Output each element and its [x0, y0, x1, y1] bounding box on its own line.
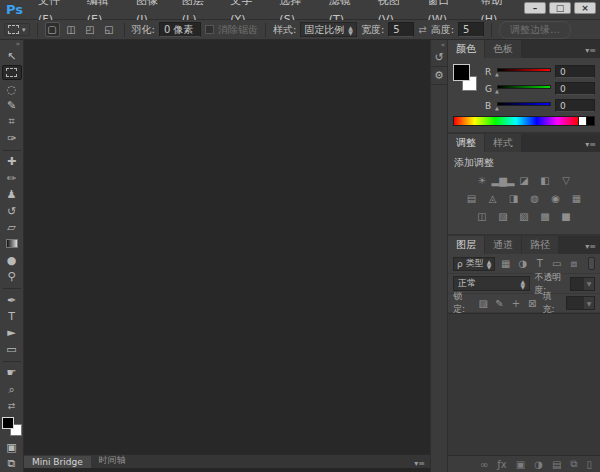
- tab-channels[interactable]: 通道: [485, 236, 521, 254]
- red-slider-track[interactable]: [497, 68, 551, 72]
- new-group-icon[interactable]: ▤: [552, 459, 561, 470]
- blue-slider-thumb[interactable]: ▲: [495, 106, 499, 111]
- new-layer-icon[interactable]: ⧉: [570, 458, 577, 470]
- threshold-icon[interactable]: ▧: [516, 210, 532, 223]
- brightness-contrast-icon[interactable]: ☀: [474, 174, 490, 187]
- feather-input[interactable]: 0 像素: [159, 22, 201, 37]
- selective-color-icon[interactable]: ■: [558, 210, 574, 223]
- swap-colors-icon[interactable]: ⇄: [2, 398, 22, 413]
- channel-mixer-icon[interactable]: ◉: [548, 192, 564, 205]
- close-button[interactable]: ×: [574, 2, 596, 14]
- eraser-tool[interactable]: ▱: [2, 220, 22, 235]
- tab-styles[interactable]: 样式: [485, 134, 521, 152]
- shape-tool[interactable]: ▭: [2, 342, 22, 357]
- black-white-icon[interactable]: ◨: [506, 192, 522, 205]
- green-slider-track[interactable]: [497, 85, 551, 89]
- green-value-input[interactable]: 0: [555, 82, 595, 95]
- filter-type-layers-icon[interactable]: T: [533, 258, 546, 269]
- new-adjustment-layer-icon[interactable]: ◑: [534, 459, 543, 470]
- expand-panels-icon[interactable]: «: [441, 40, 447, 49]
- tab-swatches[interactable]: 色板: [485, 40, 521, 58]
- vibrance-icon[interactable]: ▽: [558, 174, 574, 187]
- tool-preset-picker[interactable]: ▾: [4, 23, 30, 36]
- exposure-icon[interactable]: ◧: [537, 174, 553, 187]
- layer-filter-toggle[interactable]: [588, 257, 595, 270]
- eyedropper-tool[interactable]: ✑: [2, 131, 22, 146]
- lock-image-pixels-icon[interactable]: ✎: [493, 298, 505, 309]
- red-value-input[interactable]: 0: [555, 65, 595, 78]
- panel-menu-icon[interactable]: ▾≡: [585, 242, 600, 254]
- blue-slider[interactable]: ▲: [497, 101, 551, 111]
- move-tool[interactable]: ↖: [2, 49, 22, 64]
- canvas-area[interactable]: [24, 40, 430, 454]
- hue-saturation-icon[interactable]: ▤: [464, 192, 480, 205]
- filter-adjustment-layers-icon[interactable]: ◑: [516, 258, 529, 269]
- pen-tool[interactable]: ✒: [2, 292, 22, 307]
- foreground-background-swatches[interactable]: [1, 416, 23, 437]
- posterize-icon[interactable]: ▨: [495, 210, 511, 223]
- link-layers-icon[interactable]: ∞: [480, 459, 488, 470]
- panel-menu-icon[interactable]: ▾≡: [585, 46, 600, 58]
- panel-menu-icon[interactable]: ▾≡: [585, 140, 600, 152]
- levels-icon[interactable]: ▂▆▂: [495, 174, 511, 187]
- history-panel-button[interactable]: ↺: [431, 49, 447, 67]
- collapse-toolbar-icon[interactable]: »: [16, 41, 23, 48]
- quick-mask-button[interactable]: ▣: [2, 440, 22, 455]
- screen-mode-button[interactable]: ⧉: [2, 456, 22, 471]
- spot-healing-brush-tool[interactable]: ✚: [2, 154, 22, 169]
- tab-adjustments[interactable]: 调整: [448, 134, 484, 152]
- brush-tool[interactable]: ✏: [2, 171, 22, 186]
- path-selection-tool[interactable]: ►: [2, 325, 22, 340]
- gradient-map-icon[interactable]: ▩: [537, 210, 553, 223]
- delete-layer-icon[interactable]: ▯: [586, 459, 592, 470]
- color-spectrum-ramp[interactable]: [453, 116, 579, 126]
- tab-paths[interactable]: 路径: [522, 236, 558, 254]
- swap-width-height-icon[interactable]: ⇄: [418, 24, 426, 35]
- width-input[interactable]: 5: [388, 22, 414, 37]
- filter-shape-layers-icon[interactable]: ▭: [550, 258, 563, 269]
- minimize-button[interactable]: –: [524, 2, 546, 14]
- fill-input[interactable]: ▼: [566, 296, 595, 310]
- color-balance-icon[interactable]: ◬: [485, 192, 501, 205]
- white-swatch[interactable]: [579, 116, 587, 126]
- type-tool[interactable]: T: [2, 309, 22, 324]
- lasso-tool[interactable]: ◌: [2, 81, 22, 96]
- lock-position-icon[interactable]: +: [510, 298, 522, 309]
- foreground-color-swatch[interactable]: [2, 417, 14, 429]
- green-slider-thumb[interactable]: ▲: [495, 89, 499, 94]
- color-lookup-icon[interactable]: ▦: [569, 192, 585, 205]
- hand-tool[interactable]: ☛: [2, 365, 22, 380]
- add-to-selection-button[interactable]: ◫: [64, 22, 79, 37]
- history-brush-tool[interactable]: ↺: [2, 203, 22, 218]
- rectangular-marquee-tool[interactable]: [2, 65, 22, 81]
- tab-mini-bridge[interactable]: Mini Bridge: [24, 456, 91, 468]
- invert-icon[interactable]: ◫: [474, 210, 490, 223]
- red-slider[interactable]: ▲: [497, 67, 551, 77]
- lock-transparent-pixels-icon[interactable]: ▨: [477, 298, 489, 309]
- lock-all-icon[interactable]: ⊠: [526, 298, 538, 309]
- photo-filter-icon[interactable]: ◍: [527, 192, 543, 205]
- blue-value-input[interactable]: 0: [555, 99, 595, 112]
- quick-selection-tool[interactable]: ✎: [2, 98, 22, 113]
- opacity-input[interactable]: ▼: [570, 277, 595, 291]
- refine-edge-button[interactable]: 调整边缘…: [499, 21, 571, 39]
- green-slider[interactable]: ▲: [497, 84, 551, 94]
- tab-color[interactable]: 颜色: [448, 40, 484, 58]
- red-slider-thumb[interactable]: ▲: [495, 72, 499, 77]
- subtract-from-selection-button[interactable]: ◰: [83, 22, 98, 37]
- layers-list[interactable]: [448, 313, 600, 455]
- maximize-button[interactable]: □: [549, 2, 571, 14]
- tab-layers[interactable]: 图层: [448, 236, 484, 254]
- dodge-tool[interactable]: ⚲: [2, 269, 22, 284]
- add-layer-mask-icon[interactable]: ▣: [516, 459, 525, 470]
- crop-tool[interactable]: ⌗: [2, 114, 22, 129]
- style-select[interactable]: 固定比例 ▲▼: [300, 22, 357, 37]
- filter-pixel-layers-icon[interactable]: ▦: [499, 258, 512, 269]
- layer-filter-kind-select[interactable]: ρ 类型 ▲▼: [453, 257, 495, 271]
- layer-style-fx-icon[interactable]: ƒx: [497, 459, 506, 470]
- height-input[interactable]: 5: [458, 22, 484, 37]
- blur-tool[interactable]: ●: [2, 253, 22, 268]
- gradient-tool[interactable]: [2, 236, 22, 251]
- antialias-checkbox[interactable]: [205, 25, 214, 34]
- blue-slider-track[interactable]: [497, 102, 551, 106]
